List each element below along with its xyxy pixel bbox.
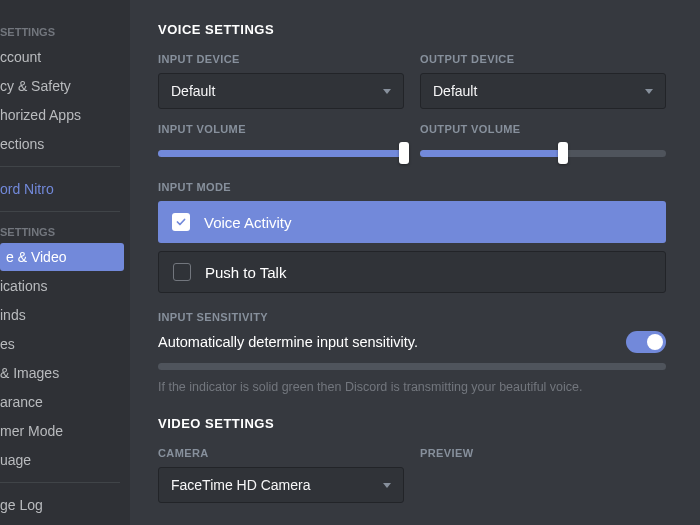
toggle-knob — [647, 334, 663, 350]
sidebar-item-games[interactable]: es — [0, 330, 124, 358]
sidebar-item-voice-video[interactable]: e & Video — [0, 243, 124, 271]
output-device-label: Output Device — [420, 53, 666, 65]
auto-sensitivity-toggle[interactable] — [626, 331, 666, 353]
video-settings-title: Video Settings — [158, 416, 666, 431]
input-sensitivity-label: Input Sensitivity — [158, 311, 666, 323]
input-device-value: Default — [171, 83, 215, 99]
sidebar-item-keybinds[interactable]: inds — [0, 301, 124, 329]
input-volume-slider[interactable] — [158, 143, 404, 163]
output-volume-slider[interactable] — [420, 143, 666, 163]
input-mode-voice-activity[interactable]: Voice Activity — [158, 201, 666, 243]
voice-settings-title: Voice Settings — [158, 22, 666, 37]
sidebar-item-changelog[interactable]: ge Log — [0, 491, 124, 519]
chevron-down-icon — [383, 89, 391, 94]
sidebar-item-text-images[interactable]: & Images — [0, 359, 124, 387]
preview-label: Preview — [420, 447, 666, 459]
sidebar-separator — [0, 211, 120, 212]
camera-select[interactable]: FaceTime HD Camera — [158, 467, 404, 503]
slider-thumb[interactable] — [399, 142, 409, 164]
sidebar-header-user: Settings — [0, 20, 130, 42]
sidebar-item-notifications[interactable]: ications — [0, 272, 124, 300]
slider-thumb[interactable] — [558, 142, 568, 164]
sidebar-separator — [0, 482, 120, 483]
settings-sidebar: Settings ccount cy & Safety horized Apps… — [0, 0, 130, 525]
sensitivity-indicator — [158, 363, 666, 370]
checkbox-checked-icon — [172, 213, 190, 231]
chevron-down-icon — [383, 483, 391, 488]
output-device-value: Default — [433, 83, 477, 99]
input-volume-label: Input Volume — [158, 123, 404, 135]
sidebar-item-connections[interactable]: ections — [0, 130, 124, 158]
mode-label: Push to Talk — [205, 264, 286, 281]
sidebar-item-authorized-apps[interactable]: horized Apps — [0, 101, 124, 129]
camera-label: Camera — [158, 447, 404, 459]
sidebar-item-language[interactable]: uage — [0, 446, 124, 474]
output-volume-label: Output Volume — [420, 123, 666, 135]
camera-value: FaceTime HD Camera — [171, 477, 311, 493]
settings-content: Voice Settings Input Device Default Outp… — [130, 0, 700, 525]
sidebar-item-streamer-mode[interactable]: mer Mode — [0, 417, 124, 445]
sidebar-item-privacy[interactable]: cy & Safety — [0, 72, 124, 100]
chevron-down-icon — [645, 89, 653, 94]
sidebar-item-nitro[interactable]: ord Nitro — [0, 175, 124, 203]
sidebar-header-app: Settings — [0, 220, 130, 242]
input-device-select[interactable]: Default — [158, 73, 404, 109]
sidebar-separator — [0, 166, 120, 167]
sidebar-item-account[interactable]: ccount — [0, 43, 124, 71]
output-device-select[interactable]: Default — [420, 73, 666, 109]
mode-label: Voice Activity — [204, 214, 292, 231]
sidebar-item-appearance[interactable]: arance — [0, 388, 124, 416]
auto-sensitivity-desc: Automatically determine input sensitivit… — [158, 334, 418, 350]
sensitivity-hint: If the indicator is solid green then Dis… — [158, 380, 666, 394]
input-device-label: Input Device — [158, 53, 404, 65]
checkbox-unchecked-icon — [173, 263, 191, 281]
input-mode-push-to-talk[interactable]: Push to Talk — [158, 251, 666, 293]
input-mode-label: Input Mode — [158, 181, 666, 193]
